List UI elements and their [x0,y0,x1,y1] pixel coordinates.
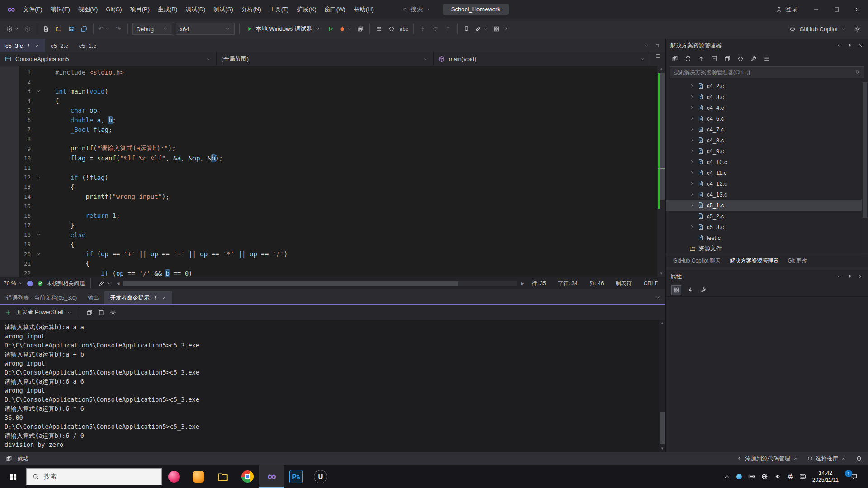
expand-arrow-icon[interactable] [689,148,695,154]
scrollbar-thumb[interactable] [660,73,665,200]
expand-arrow-icon[interactable] [689,127,695,132]
copy-icon[interactable] [86,309,93,316]
tree-item[interactable]: c4_6.c [666,113,868,124]
tree-item[interactable]: c5_2.c [666,211,868,221]
code-line[interactable]: 22 if (op == '/' && b == 0) [0,268,657,277]
window-menu-chevron[interactable] [656,295,661,300]
bookmark-button[interactable] [461,23,472,35]
toolbar-options-button[interactable] [852,23,863,35]
keyboard-icon[interactable] [799,473,807,480]
code-line[interactable]: 10 flag = scanf("%lf %c %lf", &a, &op, &… [0,154,657,163]
notifications-bell-icon[interactable] [855,455,863,462]
scroll-down-arrow[interactable]: ▼ [657,272,665,276]
menu-item[interactable]: 工具(T) [265,0,293,19]
github-copilot-button[interactable]: GitHub Copilot [784,25,851,33]
document-tab[interactable]: c5_3.c [0,39,45,52]
terminal-settings-icon[interactable] [109,309,117,316]
menu-item[interactable]: 文件(F) [19,0,47,19]
panel-tab[interactable]: 解决方案资源管理器 [726,255,782,267]
navigate-forward-button[interactable] [22,23,33,35]
start-without-debugging-button[interactable] [325,23,336,35]
taskbar-app-u[interactable]: U [308,465,333,488]
save-button[interactable] [66,23,77,35]
code-line[interactable]: 11 [0,163,657,173]
property-pages-icon[interactable] [699,286,707,294]
code-line[interactable]: 12 if (!flag) [0,173,657,182]
ime-indicator[interactable]: 英 [787,473,793,481]
toolbar-overflow-chevron[interactable] [503,26,509,32]
categorized-view-icon[interactable] [671,285,681,295]
code-line[interactable]: 7 _Bool flag; [0,125,657,134]
code-line[interactable]: 3int main(void) [0,86,657,96]
expand-arrow-icon[interactable] [689,116,695,121]
tabs-mode-indicator[interactable]: 制表符 [612,280,636,287]
tray-color-icon[interactable] [736,474,742,479]
fold-chevron-icon[interactable] [33,232,44,237]
taskbar-app-photoshop[interactable]: Ps [284,465,308,488]
editor-horizontal-scrollbar[interactable] [123,281,518,286]
select-repository-button[interactable]: 选择仓库 [807,455,846,463]
close-button[interactable] [847,0,868,19]
start-button[interactable] [0,465,26,488]
redo-button[interactable]: ↷ [113,23,124,35]
menu-item[interactable]: 窗口(W) [321,0,350,19]
fold-chevron-icon[interactable] [33,89,44,94]
fold-chevron-icon[interactable] [33,252,44,257]
menu-item[interactable]: 视图(V) [74,0,102,19]
code-line[interactable]: 17 } [0,221,657,230]
sign-in-button[interactable]: 登录 [767,5,806,14]
menu-item[interactable]: 项目(P) [126,0,154,19]
new-file-button[interactable] [40,23,52,35]
switch-views-icon[interactable] [671,55,679,62]
document-tab[interactable]: c5_2.c [45,39,73,52]
code-line[interactable]: 8 [0,134,657,144]
panel-tab[interactable]: Git 更改 [784,255,811,267]
new-terminal-button[interactable] [5,309,12,316]
taskbar-app-visual-studio[interactable]: ∞ [259,465,284,488]
preview-icon[interactable] [763,55,770,62]
pin-icon[interactable] [847,274,853,279]
tree-item[interactable]: c5_1.c [666,200,868,211]
show-all-files-icon[interactable] [724,55,731,62]
tree-item[interactable]: 资源文件 [666,243,868,254]
pin-icon[interactable] [26,43,31,48]
pin-icon[interactable] [847,43,853,48]
scope-dropdown[interactable]: (全局范围) [217,52,433,66]
properties-tool-icon[interactable] [750,55,757,62]
code-line[interactable]: 9 printf("请输入算式(a运算b):"); [0,144,657,154]
tree-item[interactable]: c4_4.c [666,102,868,113]
scrollbar-thumb[interactable] [660,412,665,444]
code-line[interactable]: 5 char op; [0,106,657,115]
code-line[interactable]: 18 else [0,230,657,239]
start-debugging-button[interactable]: 本地 Windows 调试器 [243,25,324,33]
close-icon[interactable] [858,43,863,48]
solution-search-input[interactable]: 搜索解决方案资源管理器(Ctrl+;) [670,66,864,78]
network-icon[interactable] [761,473,768,480]
menu-item[interactable]: 扩展(X) [292,0,320,19]
window-menu-chevron[interactable] [836,43,842,48]
editor-vertical-scrollbar[interactable]: ▲ ▼ [657,66,665,277]
background-tasks-icon[interactable] [5,455,13,462]
collapse-all-icon[interactable] [711,55,718,62]
tree-item[interactable]: c4_13.c [666,189,868,200]
diagnostics-button[interactable] [354,23,366,35]
expand-arrow-icon[interactable] [689,170,695,175]
code-line[interactable]: 20 if (op == '+' || op == '-' || op == '… [0,249,657,259]
step-over-button[interactable] [429,23,441,35]
document-tab[interactable]: c5_1.c [74,39,102,52]
expand-arrow-icon[interactable] [689,181,695,186]
code-line[interactable]: 21 { [0,259,657,268]
save-all-button[interactable] [78,23,90,35]
code-line[interactable]: 19 { [0,239,657,249]
tree-item[interactable]: c4_11.c [666,167,868,178]
clipboard-icon[interactable] [98,309,105,316]
expand-arrow-icon[interactable] [689,137,695,143]
code-line[interactable]: 1#include <stdio.h> [0,67,657,77]
shell-select[interactable]: 开发者 PowerShell [16,309,72,316]
expand-arrow-icon[interactable] [689,224,695,230]
taskbar-search[interactable]: 搜索 [26,468,162,485]
navigate-backward-button[interactable] [5,23,21,35]
tab-list-chevron[interactable] [644,43,649,48]
expand-arrow-icon[interactable] [689,105,695,110]
tree-item[interactable]: c4_9.c [666,145,868,156]
